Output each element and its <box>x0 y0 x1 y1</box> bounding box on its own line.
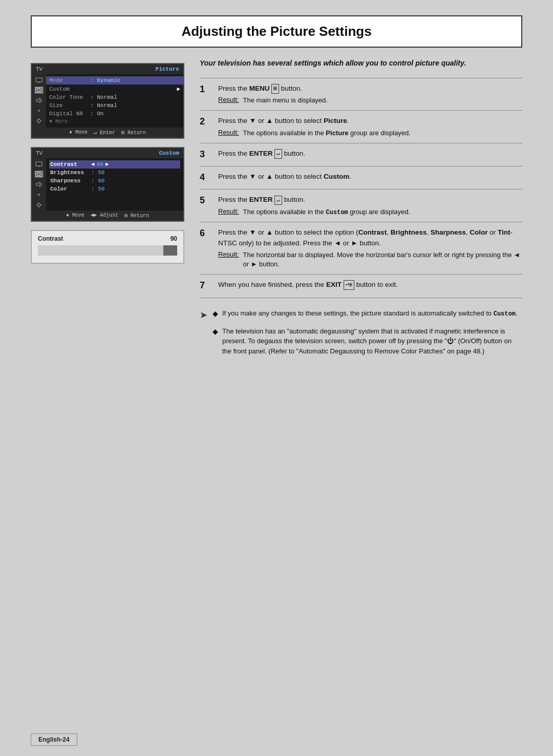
sidebar2-icon-x: ✕ <box>34 191 44 198</box>
step-2: 2 Press the ▼ or ▲ button to select Pict… <box>200 111 522 143</box>
page-wrapper: Adjusting the Picture Settings TV Pictur… <box>0 0 553 756</box>
step-3: 3 Press the ENTER ↵ button. <box>200 143 522 166</box>
page-title: Adjusting the Picture Settings <box>47 24 506 39</box>
sidebar-icon-x: ✕ <box>34 107 44 114</box>
tv-screen2-sidebar: ✕ <box>32 158 46 211</box>
contrast-bar-fill <box>38 245 163 256</box>
contrast-bar-bg <box>38 245 177 256</box>
tv-screen2-header-left: TV <box>36 150 42 156</box>
sidebar-icon-tv <box>34 76 44 83</box>
step-1: 1 Press the MENU ⊞ button. Result: The m… <box>200 78 522 111</box>
svg-point-3 <box>37 89 40 92</box>
tv-screen1-header-right: Picture <box>156 66 179 72</box>
tv-screen1-sidebar: ✕ <box>32 74 46 128</box>
tv-screen2-body: ✕ Contrast ◄ 90 ► <box>32 158 183 211</box>
sidebar2-icon-picture <box>34 171 44 178</box>
tv-screen1-footer: ♦ Move ↵ Enter ⊞ Return <box>32 128 183 138</box>
sidebar-icon-picture <box>34 87 44 94</box>
menu-row-more: ▼ More <box>49 118 180 125</box>
step-6: 6 Press the ▼ or ▲ button to select the … <box>200 222 522 275</box>
tv-screen2-footer: ♦ Move ◄► Adjust ⊞ Return <box>32 211 183 221</box>
svg-point-5 <box>37 119 40 122</box>
contrast-value: 90 <box>171 235 177 242</box>
menu-row-custom: Custom ▶ <box>49 85 180 93</box>
tv-screen1-header-left: TV <box>36 66 42 72</box>
tv-screen2-menu: Contrast ◄ 90 ► Brightness : 50 Sharpnes… <box>46 158 183 211</box>
custom-row-sharpness: Sharpness : 60 <box>49 177 180 185</box>
tv-screen1-menu: Mode : Dynamic Custom ▶ Color Tone : Nor… <box>46 74 183 128</box>
tv-screen-2: TV Custom ✕ <box>31 147 184 222</box>
steps-container: 1 Press the MENU ⊞ button. Result: The m… <box>200 78 522 298</box>
svg-rect-10 <box>36 162 42 166</box>
contrast-label: Contrast <box>38 235 63 242</box>
sidebar2-icon-audio <box>34 181 44 188</box>
notes-arrow-icon: ➤ <box>200 309 207 364</box>
custom-row-brightness: Brightness : 50 <box>49 169 180 177</box>
custom-row-contrast: Contrast ◄ 90 ► <box>49 160 180 169</box>
custom-row-color: Color : 50 <box>49 185 180 193</box>
note-item-2: ◆ The television has an "automatic degau… <box>212 326 522 356</box>
svg-point-13 <box>37 173 40 176</box>
tv-screen1-body: ✕ Mode : Dynamic Custom ▶ <box>32 74 183 128</box>
tv-screen1-header: TV Picture <box>32 64 183 74</box>
sidebar2-icon-settings <box>34 201 44 208</box>
right-column: Your television has several settings whi… <box>200 58 522 718</box>
tv-screen2-header-right: Custom <box>159 150 179 156</box>
notes-section: ➤ ◆ If you make any changes to these set… <box>200 308 522 364</box>
svg-marker-14 <box>36 182 40 187</box>
contrast-header: Contrast 90 <box>38 235 177 242</box>
main-content: TV Picture <box>31 58 522 718</box>
intro-text: Your television has several settings whi… <box>200 58 522 69</box>
svg-rect-0 <box>36 78 42 82</box>
tv-screen-3: Contrast 90 <box>31 230 184 264</box>
sidebar-icon-settings <box>34 117 44 124</box>
note-item-1: ◆ If you make any changes to these setti… <box>212 308 522 319</box>
tv-screen2-header: TV Custom <box>32 148 183 158</box>
menu-row-digitalnr: Digital NR : On <box>49 110 180 118</box>
step-5: 5 Press the ENTER ↵ button. Result: The … <box>200 190 522 222</box>
menu-row-mode: Mode : Dynamic <box>46 76 183 85</box>
left-column: TV Picture <box>31 58 184 718</box>
title-banner: Adjusting the Picture Settings <box>31 15 522 48</box>
step-7: 7 When you have finished, press the EXIT… <box>200 275 522 298</box>
footer-page-label: English-24 <box>31 733 77 746</box>
svg-marker-4 <box>36 98 40 103</box>
menu-row-size: Size : Normal <box>49 101 180 110</box>
notes-list: ◆ If you make any changes to these setti… <box>212 308 522 364</box>
sidebar-icon-audio <box>34 97 44 104</box>
sidebar2-icon-tv <box>34 160 44 167</box>
page-footer: English-24 <box>31 733 522 746</box>
svg-point-15 <box>37 203 40 206</box>
step-4: 4 Press the ▼ or ▲ button to select Cust… <box>200 166 522 190</box>
menu-row-colortone: Color Tone : Normal <box>49 93 180 101</box>
tv-screen-1: TV Picture <box>31 63 184 139</box>
